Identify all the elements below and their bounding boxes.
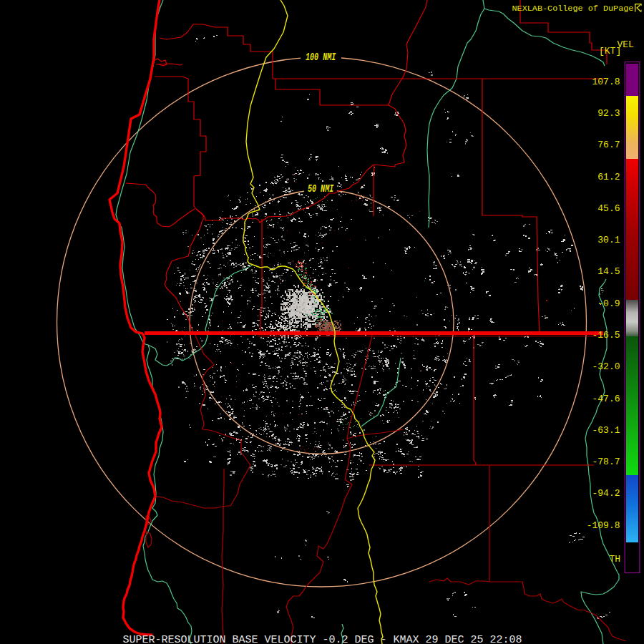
svg-text:30.1: 30.1: [597, 235, 620, 245]
svg-text:107.8: 107.8: [592, 77, 620, 87]
svg-text:-78.7: -78.7: [592, 457, 620, 467]
svg-text:TH: TH: [610, 554, 621, 565]
svg-text:SUPER-RESOLUTION BASE VELOCITY: SUPER-RESOLUTION BASE VELOCITY -0.2 DEG …: [123, 634, 522, 644]
svg-text:-63.1: -63.1: [592, 425, 620, 436]
svg-text:NEXLAB-College of DuPage: NEXLAB-College of DuPage: [512, 4, 634, 14]
svg-text:50 NMI: 50 NMI: [308, 184, 334, 195]
svg-text:45.6: 45.6: [597, 203, 620, 214]
svg-text:-94.2: -94.2: [592, 488, 620, 499]
svg-text:92.3: 92.3: [597, 108, 620, 119]
svg-text:100 NMI: 100 NMI: [306, 52, 336, 64]
svg-text:-0.9: -0.9: [597, 298, 620, 309]
svg-text:76.7: 76.7: [597, 140, 620, 150]
svg-text:61.2: 61.2: [597, 172, 620, 182]
svg-text:14.5: 14.5: [597, 266, 620, 277]
svg-text:-109.8: -109.8: [587, 520, 620, 531]
svg-text:[KT]: [KT]: [599, 46, 621, 57]
svg-text:-16.5: -16.5: [592, 330, 620, 341]
svg-text:-47.6: -47.6: [592, 394, 620, 404]
svg-text:-32.0: -32.0: [592, 361, 620, 372]
